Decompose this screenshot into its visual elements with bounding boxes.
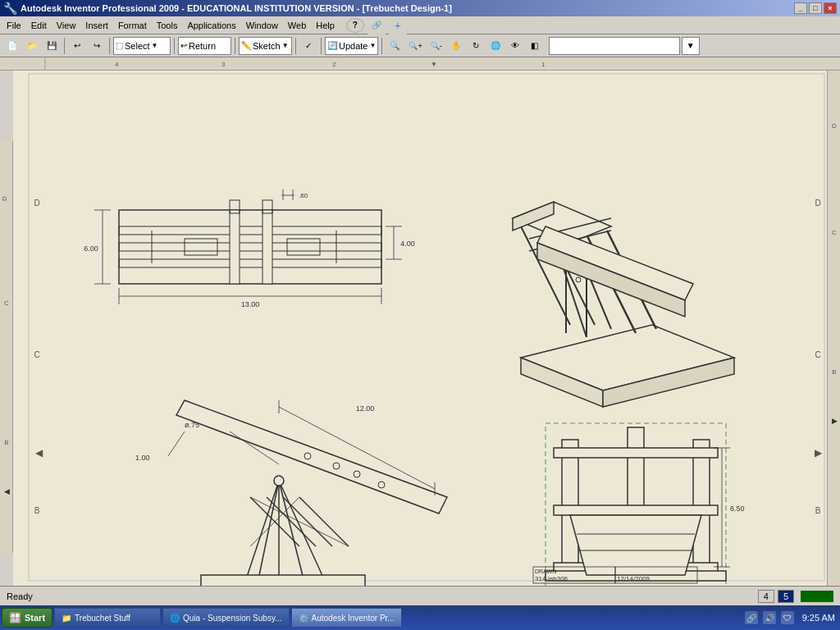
menu-view[interactable]: View: [52, 19, 81, 32]
shade-btn[interactable]: ◧: [526, 37, 544, 55]
zoom-fit-btn[interactable]: 🔍: [386, 37, 404, 55]
update-dropdown[interactable]: 🔄 Update ▼: [325, 37, 378, 55]
update-label: Update: [339, 41, 368, 51]
toolbar: 📄 📁 💾 ↩ ↪ ⬚ Select ▼ ↩ Return ✏️ Sketch …: [0, 34, 840, 57]
svg-text:◀: ◀: [4, 487, 10, 495]
orbit-btn[interactable]: 🌐: [486, 37, 504, 55]
row-d-left: D: [34, 199, 39, 208]
menu-tools[interactable]: Tools: [152, 19, 183, 32]
row-b-right: B: [815, 506, 821, 515]
open-btn[interactable]: 📁: [23, 37, 41, 55]
svg-text:◀: ◀: [35, 447, 43, 459]
window-controls: _ □ ×: [794, 2, 837, 14]
row-b-left: B: [34, 506, 40, 515]
menu-edit[interactable]: Edit: [26, 19, 52, 32]
status-bar: Ready 4 5: [0, 586, 840, 605]
title-bar: 🔧 Autodesk Inventor Professional 2009 - …: [0, 0, 840, 16]
svg-text:C: C: [832, 229, 837, 236]
minimize-btn[interactable]: _: [794, 2, 807, 14]
select-icon: ⬚: [116, 41, 123, 50]
sep6: [321, 38, 322, 54]
start-button[interactable]: 🪟 Start: [2, 608, 52, 628]
svg-rect-23: [230, 210, 240, 284]
sep2: [109, 38, 110, 54]
pan-btn[interactable]: ✋: [447, 37, 465, 55]
search-input[interactable]: [549, 37, 680, 55]
start-label: Start: [25, 613, 45, 623]
svg-rect-81: [201, 575, 365, 586]
page-5-btn[interactable]: 5: [778, 590, 794, 603]
search-arrow[interactable]: ▼: [682, 37, 700, 55]
folder-icon: 📁: [62, 614, 71, 623]
sketch-icon: ✏️: [241, 41, 251, 50]
taskbar-inventor[interactable]: ⚙️ Autodesk Inventor Pr...: [291, 608, 402, 628]
svg-text:ø.75: ø.75: [185, 421, 199, 429]
status-text: Ready: [7, 591, 751, 601]
drawing-area[interactable]: 13.00 6.00 4.00 .60: [13, 71, 840, 586]
return-dropdown[interactable]: ↩ Return: [178, 37, 231, 55]
undo-btn[interactable]: ↩: [68, 37, 86, 55]
ruler-left: D C B ◀: [0, 141, 13, 553]
svg-text:.60: .60: [299, 192, 308, 199]
sketch-dropdown[interactable]: ✏️ Sketch ▼: [239, 37, 292, 55]
svg-text:6.50: 6.50: [730, 504, 745, 513]
svg-text:12/14/2009: 12/14/2009: [617, 575, 651, 582]
svg-text:D: D: [1, 196, 8, 201]
svg-text:▶: ▶: [832, 417, 838, 425]
svg-text:B: B: [832, 368, 836, 376]
menu-applications[interactable]: Applications: [182, 19, 240, 32]
svg-rect-0: [0, 57, 840, 71]
menu-insert[interactable]: Insert: [80, 19, 113, 32]
menu-help[interactable]: Help: [311, 19, 340, 32]
redo-btn[interactable]: ↪: [88, 37, 106, 55]
extra-btn[interactable]: 🔗: [368, 16, 386, 34]
update-icon: 🔄: [327, 41, 337, 50]
menu-format[interactable]: Format: [113, 19, 152, 32]
help-icon-btn[interactable]: ?: [346, 18, 364, 33]
svg-point-80: [274, 476, 284, 486]
extra-btn2[interactable]: +: [389, 16, 407, 34]
update-arrow: ▼: [369, 42, 376, 49]
menu-window[interactable]: Window: [241, 19, 283, 32]
check-btn[interactable]: ✓: [299, 37, 317, 55]
svg-text:1.00: 1.00: [135, 454, 150, 462]
taskbar-trebuchet[interactable]: 📁 Trebuchet Stuff: [54, 608, 161, 628]
new-btn[interactable]: 📄: [3, 37, 21, 55]
zoom-in-btn[interactable]: 🔍+: [405, 37, 425, 55]
svg-text:13.00: 13.00: [241, 300, 260, 308]
row-d-right: D: [815, 199, 820, 208]
browser-icon: 🌐: [170, 614, 180, 623]
svg-marker-107: [570, 515, 701, 575]
svg-rect-12: [828, 71, 840, 563]
close-btn[interactable]: ×: [824, 2, 837, 14]
menu-file[interactable]: File: [2, 19, 26, 32]
svg-text:DRAWN: DRAWN: [535, 568, 556, 574]
svg-text:▶: ▶: [815, 447, 823, 459]
maximize-btn[interactable]: □: [809, 2, 822, 14]
svg-text:12.00: 12.00: [356, 404, 375, 413]
sep3: [174, 38, 175, 54]
save-btn[interactable]: 💾: [43, 37, 61, 55]
menu-web[interactable]: Web: [283, 19, 311, 32]
return-icon: ↩: [180, 41, 187, 50]
svg-rect-24: [262, 210, 272, 284]
volume-icon: 🔊: [763, 611, 776, 624]
select-dropdown[interactable]: ⬚ Select ▼: [113, 37, 171, 55]
view-btn[interactable]: 👁: [506, 37, 524, 55]
svg-text:C: C: [4, 299, 9, 307]
sketch-label: Sketch: [253, 41, 281, 51]
security-icon: 🛡: [781, 611, 794, 624]
taskbar-quia[interactable]: 🌐 Quia - Suspension Subsy...: [162, 608, 289, 628]
svg-text:1: 1: [541, 61, 546, 68]
row-c-right: C: [815, 350, 820, 359]
zoom-out-btn[interactable]: 🔍-: [427, 37, 445, 55]
rotate-btn[interactable]: ↻: [467, 37, 485, 55]
page-4-btn[interactable]: 4: [758, 590, 774, 603]
title-text: Autodesk Inventor Professional 2009 - ED…: [21, 3, 452, 13]
svg-text:4.00: 4.00: [400, 240, 415, 248]
svg-text:D: D: [832, 122, 837, 130]
cad-drawing: 13.00 6.00 4.00 .60: [13, 71, 840, 586]
svg-text:6.00: 6.00: [84, 244, 98, 253]
network-icon: 🔗: [745, 611, 758, 624]
status-indicator: [801, 591, 833, 602]
